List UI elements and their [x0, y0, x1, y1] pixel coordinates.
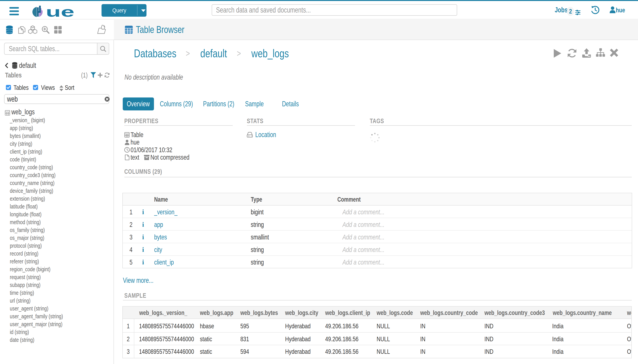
svg-text:ue: ue	[46, 5, 74, 18]
